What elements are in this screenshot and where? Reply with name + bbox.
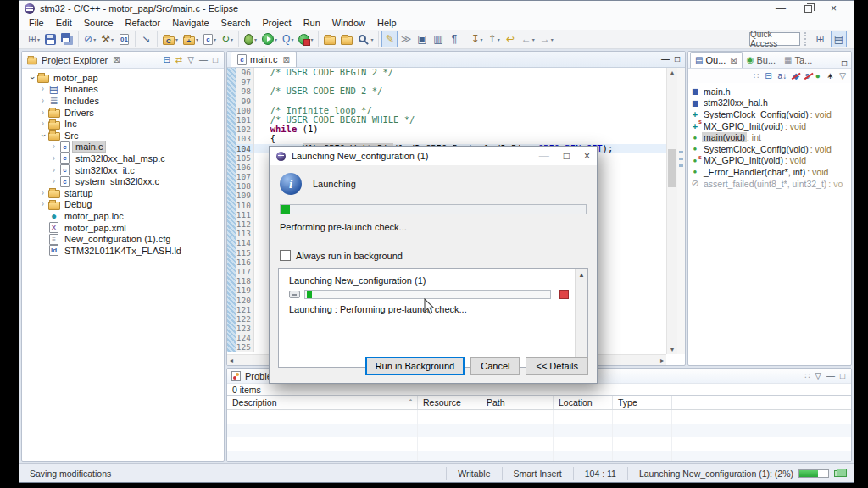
editor-vertical-scrollbar[interactable]: ▴ ▾ bbox=[666, 68, 677, 354]
expander-icon[interactable]: › bbox=[49, 154, 58, 163]
scroll-up-icon[interactable]: ▴ bbox=[667, 69, 677, 76]
outline-list[interactable]: ▆main.h▆stm32l0xx_hal.h+SystemClock_Conf… bbox=[688, 83, 851, 189]
expander-icon[interactable]: › bbox=[38, 119, 47, 128]
annotation-navigation-button[interactable]: ≫ bbox=[398, 30, 414, 47]
outline-item-mx-gpio-init-void-[interactable]: ●sMX_GPIO_Init(void) : void bbox=[688, 155, 851, 167]
last-edit-location-button[interactable]: ↧▾ bbox=[468, 30, 485, 47]
window-restore-button[interactable] bbox=[804, 5, 812, 13]
expander-icon[interactable]: › bbox=[38, 85, 47, 93]
expander-icon[interactable]: › bbox=[38, 97, 47, 105]
project-tree[interactable]: ›motor_pap›▤Binaries›≣Includes›Drivers›I… bbox=[22, 69, 224, 257]
new-c-file-button[interactable]: c▾ bbox=[201, 30, 219, 47]
editor-minimize-icon[interactable]: — bbox=[661, 55, 670, 64]
hide-static-members-icon[interactable]: s bbox=[805, 72, 810, 80]
outline-item-stm32l0xx-hal-h[interactable]: ▆stm32l0xx_hal.h bbox=[688, 97, 851, 109]
tree-item-main-c[interactable]: ›cmain.c bbox=[22, 141, 224, 153]
outline-item-main-void-[interactable]: ●main(void) : int bbox=[688, 131, 851, 143]
outline-item-mx-gpio-init-void-[interactable]: +sMX_GPIO_Init(void) : void bbox=[688, 120, 851, 132]
back-to-last-edit-button[interactable]: ↩ bbox=[503, 30, 519, 47]
dropdown-arrow-icon[interactable]: ▾ bbox=[291, 36, 293, 42]
sort-icon[interactable]: a↓ bbox=[778, 72, 787, 80]
tree-item-motor-pap[interactable]: ›motor_pap bbox=[22, 72, 224, 84]
tree-item-inc[interactable]: ›Inc bbox=[22, 118, 224, 130]
editor-tab-close-icon[interactable]: ⊠ bbox=[282, 55, 289, 64]
tree-item-system-stm32l0xx-c[interactable]: ›csystem_stm32l0xx.c bbox=[22, 175, 224, 187]
focus-icon[interactable]: ∷ bbox=[754, 72, 759, 80]
generate-code-button[interactable]: ↻▾ bbox=[219, 30, 236, 47]
expander-icon[interactable]: › bbox=[49, 177, 58, 186]
tree-item-motor-pap-ioc[interactable]: ●motor_pap.ioc bbox=[22, 210, 224, 222]
collapse-all-icon[interactable]: ⊟ bbox=[163, 56, 170, 64]
stop-task-button[interactable] bbox=[559, 290, 569, 299]
project-explorer-close-icon[interactable]: ⊠ bbox=[113, 55, 120, 64]
menu-refactor[interactable]: Refactor bbox=[120, 18, 167, 28]
menu-file[interactable]: File bbox=[23, 18, 50, 28]
run-button[interactable]: ▾ bbox=[259, 30, 280, 47]
build-file-button[interactable]: 01 bbox=[116, 30, 132, 47]
tree-item-startup[interactable]: ›startup bbox=[22, 187, 224, 199]
dropdown-arrow-icon[interactable]: ▾ bbox=[481, 36, 483, 42]
dialog-minimize-button[interactable]: — bbox=[539, 151, 549, 161]
view-menu-icon[interactable]: ▽ bbox=[815, 372, 821, 380]
dropdown-arrow-icon[interactable]: ▾ bbox=[214, 36, 216, 42]
new-cpp-class-button[interactable]: +▾ bbox=[181, 30, 201, 47]
run-in-background-button[interactable]: Run in Background bbox=[365, 357, 465, 375]
minimize-icon[interactable]: — bbox=[199, 56, 208, 64]
save-button[interactable] bbox=[42, 30, 58, 47]
menu-search[interactable]: Search bbox=[215, 18, 257, 28]
show-whitespace-button[interactable]: ¶ bbox=[446, 30, 462, 47]
cancel-button[interactable]: Cancel bbox=[470, 357, 520, 375]
tree-item-src[interactable]: ›Src bbox=[22, 130, 224, 141]
expander-icon[interactable]: › bbox=[38, 189, 47, 197]
dropdown-arrow-icon[interactable]: ▾ bbox=[111, 36, 114, 42]
view-menu-icon[interactable]: ▽ bbox=[187, 56, 194, 64]
new-c-project-button[interactable]: C▾ bbox=[160, 30, 181, 47]
scroll-up-icon[interactable]: ▴ bbox=[576, 270, 587, 279]
tree-item-motor-pap-xml[interactable]: Xmotor_pap.xml bbox=[22, 222, 224, 234]
menu-navigate[interactable]: Navigate bbox=[166, 18, 214, 28]
search-button[interactable]: ▾ bbox=[355, 30, 376, 47]
tree-item-stm32l011k4tx-flash-ld[interactable]: ldSTM32L011K4Tx_FLASH.ld bbox=[22, 245, 224, 257]
open-perspective-button[interactable]: ⊞ bbox=[812, 30, 828, 47]
menu-help[interactable]: Help bbox=[371, 18, 403, 28]
expander-icon[interactable]: › bbox=[38, 200, 47, 208]
column-header-resource[interactable]: Resource bbox=[418, 396, 481, 409]
menu-edit[interactable]: Edit bbox=[50, 18, 78, 28]
tree-item-stm32l0xx-hal-msp-c[interactable]: ›cstm32l0xx_hal_msp.c bbox=[22, 152, 224, 164]
new-wizard-button[interactable]: ⊞▾ bbox=[25, 30, 42, 47]
project-explorer-title[interactable]: Project Explorer bbox=[42, 55, 108, 65]
expander-icon[interactable]: › bbox=[49, 142, 58, 151]
dropdown-arrow-icon[interactable]: ▾ bbox=[310, 36, 313, 42]
editor-maximize-icon[interactable]: □ bbox=[675, 55, 680, 64]
column-header-path[interactable]: Path bbox=[481, 396, 554, 409]
block-selection-button[interactable]: ▣ bbox=[414, 30, 430, 47]
skip-all-breakpoints-button[interactable]: ⊘▾ bbox=[81, 30, 98, 47]
word-wrap-button[interactable]: ▥ bbox=[430, 30, 446, 47]
dropdown-arrow-icon[interactable]: ▾ bbox=[532, 36, 535, 42]
scroll-left-icon[interactable]: ◂ bbox=[230, 357, 233, 364]
tree-item-includes[interactable]: ›≣Includes bbox=[22, 95, 224, 107]
menu-source[interactable]: Source bbox=[78, 18, 120, 28]
profile-button[interactable]: Q▾ bbox=[280, 30, 296, 47]
external-tools-button[interactable]: ▾ bbox=[296, 30, 315, 47]
outline-item-assert-failed-uint8-t-uint32-t-[interactable]: ⊘assert_failed(uint8_t*, uint32_t) : vo bbox=[688, 178, 851, 190]
tree-item-new-configuration-1-cfg[interactable]: ≡New_configuration (1).cfg bbox=[22, 233, 224, 245]
tab-task-list[interactable]: ▦ Ta... bbox=[780, 52, 816, 68]
menu-window[interactable]: Window bbox=[326, 18, 371, 28]
pointer-tool-button[interactable]: ↘ bbox=[138, 30, 154, 47]
task-collapse-icon[interactable] bbox=[289, 291, 300, 298]
dialog-maximize-button[interactable]: □ bbox=[564, 151, 570, 161]
open-folder-1-button[interactable] bbox=[321, 30, 338, 47]
window-close-button[interactable]: × bbox=[831, 3, 837, 14]
column-header-description[interactable]: Descriptionˆ bbox=[227, 396, 418, 409]
outline-item-main-h[interactable]: ▆main.h bbox=[688, 86, 851, 97]
forward-button[interactable]: →▾ bbox=[537, 30, 556, 47]
hide-fields-icon[interactable]: ◆ bbox=[793, 72, 799, 80]
background-jobs-icon[interactable] bbox=[834, 470, 843, 477]
dropdown-arrow-icon[interactable]: ▾ bbox=[231, 36, 233, 42]
tree-item-debug[interactable]: ›Debug bbox=[22, 199, 224, 211]
dropdown-arrow-icon[interactable]: ▾ bbox=[196, 36, 198, 42]
outline-item-systemclock-config-void-[interactable]: ●SystemClock_Config(void) : void bbox=[688, 143, 851, 155]
details-button[interactable]: << Details bbox=[526, 357, 588, 375]
c-cpp-perspective-button[interactable]: ▤ bbox=[831, 30, 847, 47]
